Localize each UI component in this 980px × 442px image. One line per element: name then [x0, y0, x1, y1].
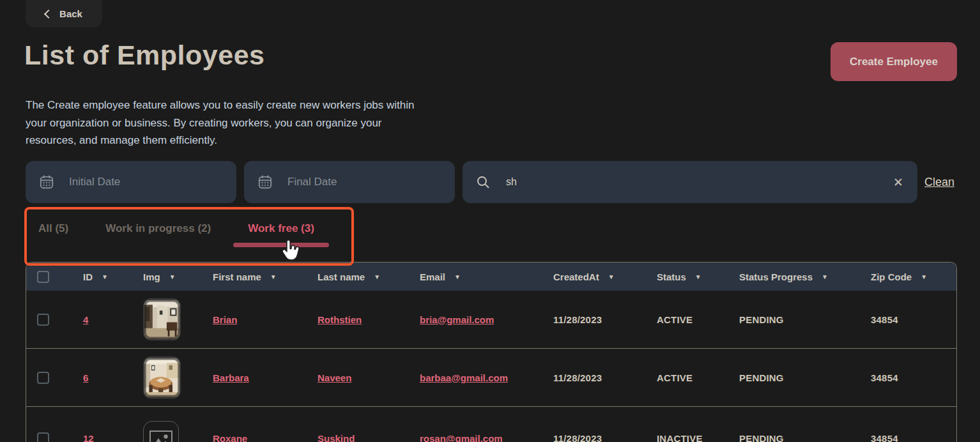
- sort-icon[interactable]: ▼: [695, 273, 701, 280]
- column-header-createdat: CreatedAt▼: [553, 271, 657, 282]
- search-icon: [475, 174, 491, 190]
- column-header-img: Img▼: [143, 271, 213, 282]
- back-button[interactable]: Back: [26, 0, 102, 27]
- table-row: 4 Brian Rothstien bria@gmail.com 11/28/2…: [26, 291, 956, 349]
- first-name-link[interactable]: Roxane: [213, 433, 318, 442]
- first-name-link[interactable]: Brian: [213, 314, 318, 325]
- sort-icon[interactable]: ▼: [102, 273, 108, 280]
- employee-id-link[interactable]: 4: [83, 314, 143, 325]
- status-progress-cell: PENDING: [739, 433, 871, 442]
- row-checkbox[interactable]: [37, 372, 49, 384]
- column-header-id: ID▼: [83, 271, 143, 282]
- search-input[interactable]: sh ✕: [463, 161, 917, 203]
- column-header-email: Email▼: [420, 271, 553, 282]
- status-progress-cell: PENDING: [739, 372, 871, 383]
- column-header-status: Status▼: [657, 271, 739, 282]
- column-header-zip-code: Zip Code▼: [871, 271, 956, 282]
- sort-icon[interactable]: ▼: [822, 273, 828, 280]
- status-tabs: All (5) Work in progress (2) Work free (…: [26, 208, 314, 265]
- last-name-link[interactable]: Rothstien: [318, 314, 420, 325]
- clean-link[interactable]: Clean: [924, 176, 957, 189]
- description-line: your organization or business. By creati…: [26, 114, 415, 132]
- zip-code-cell: 34854: [871, 314, 956, 325]
- page-title: List of Employees: [24, 40, 264, 71]
- zip-code-cell: 34854: [871, 433, 956, 442]
- zip-code-cell: 34854: [871, 372, 956, 383]
- status-progress-cell: PENDING: [739, 314, 871, 325]
- sort-icon[interactable]: ▼: [374, 273, 380, 280]
- calendar-icon: [38, 174, 55, 190]
- final-date-input[interactable]: Final Date: [244, 161, 455, 203]
- sort-icon[interactable]: ▼: [608, 273, 615, 280]
- created-at-cell: 11/28/2023: [553, 314, 657, 325]
- back-button-label: Back: [59, 8, 82, 19]
- create-employee-button[interactable]: Create Employee: [831, 42, 957, 81]
- filter-bar: Initial Date Final Date sh ✕ Clean: [26, 161, 957, 203]
- initial-date-placeholder: Initial Date: [69, 176, 120, 188]
- sort-icon[interactable]: ▼: [454, 273, 461, 280]
- employee-id-link[interactable]: 6: [83, 372, 143, 383]
- chevron-left-icon: [44, 10, 53, 19]
- employee-id-link[interactable]: 12: [83, 433, 143, 442]
- active-tab-indicator: [233, 243, 329, 247]
- table-row: 12 Roxane Suskind rosan@gmail.com 11/28/…: [26, 407, 956, 442]
- clear-search-icon[interactable]: ✕: [893, 176, 903, 188]
- status-cell: INACTIVE: [657, 433, 739, 442]
- first-name-link[interactable]: Barbara: [213, 372, 318, 383]
- room-interior-photo: [143, 298, 181, 340]
- status-cell: ACTIVE: [657, 372, 739, 383]
- table-header-row: ID▼ Img▼ First name▼ Last name▼ Email▼ C…: [26, 263, 956, 291]
- last-name-link[interactable]: Naveen: [318, 372, 420, 383]
- sort-icon[interactable]: ▼: [270, 273, 277, 280]
- sort-icon[interactable]: ▼: [169, 273, 176, 280]
- employees-table: ID▼ Img▼ First name▼ Last name▼ Email▼ C…: [26, 262, 957, 442]
- created-at-cell: 11/28/2023: [553, 372, 657, 383]
- tab-all[interactable]: All (5): [38, 222, 68, 265]
- select-all-checkbox[interactable]: [37, 271, 49, 283]
- calendar-icon: [257, 174, 273, 190]
- column-header-status-progress: Status Progress▼: [739, 271, 871, 282]
- tab-work-free[interactable]: Work free (3): [248, 222, 314, 265]
- sort-icon[interactable]: ▼: [921, 273, 927, 280]
- row-checkbox[interactable]: [37, 432, 49, 442]
- page-description: The Create employee feature allows you t…: [26, 96, 415, 149]
- no-image-placeholder: [143, 421, 179, 442]
- email-link[interactable]: barbaa@gmail.com: [420, 372, 553, 383]
- employees-page: { "back": { "label": "Back" }, "header":…: [0, 0, 980, 442]
- column-header-first-name: First name▼: [213, 271, 318, 282]
- last-name-link[interactable]: Suskind: [318, 433, 420, 442]
- search-value: sh: [506, 176, 517, 188]
- column-header-last-name: Last name▼: [318, 271, 420, 282]
- description-line: The Create employee feature allows you t…: [26, 96, 415, 114]
- tab-work-in-progress[interactable]: Work in progress (2): [105, 222, 211, 265]
- description-line: resources, and manage them efficiently.: [26, 132, 415, 149]
- row-checkbox[interactable]: [37, 314, 49, 326]
- broken-image-icon: [149, 431, 172, 442]
- dining-room-photo: [143, 356, 181, 399]
- email-link[interactable]: bria@gmail.com: [420, 314, 553, 325]
- email-link[interactable]: rosan@gmail.com: [420, 433, 553, 442]
- created-at-cell: 11/28/2023: [553, 433, 657, 442]
- status-cell: ACTIVE: [657, 314, 739, 325]
- initial-date-input[interactable]: Initial Date: [26, 161, 236, 203]
- table-row: 6 Barbara Naveen barbaa@gmail.com 11/28/…: [26, 349, 956, 407]
- tab-work-free-label: Work free (3): [248, 222, 314, 234]
- final-date-placeholder: Final Date: [287, 176, 337, 188]
